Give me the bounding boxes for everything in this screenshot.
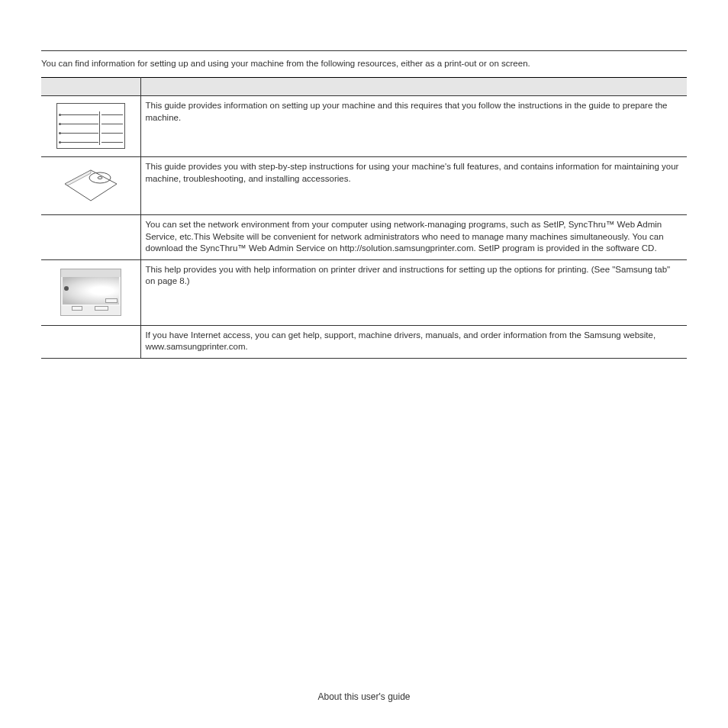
table-header-row (41, 78, 687, 96)
table-row: You can set the network environment from… (41, 215, 687, 260)
quick-install-guide-icon (41, 96, 140, 157)
network-setup-desc: You can set the network environment from… (140, 215, 687, 260)
header-right (140, 78, 687, 96)
header-left (41, 78, 140, 96)
driver-help-desc: This help provides you with help informa… (140, 259, 687, 325)
quick-install-guide-desc: This guide provides information on setti… (140, 96, 687, 157)
website-desc: If you have Internet access, you can get… (140, 325, 687, 358)
table-row: This help provides you with help informa… (41, 259, 687, 325)
intro-text: You can find information for setting up … (41, 57, 687, 69)
table-row: This guide provides you with step-by-ste… (41, 157, 687, 215)
network-setup-icon (41, 215, 140, 260)
top-rule (41, 50, 687, 51)
resources-table: This guide provides information on setti… (41, 77, 687, 359)
table-row: If you have Internet access, you can get… (41, 325, 687, 358)
page-content: You can find information for setting up … (0, 0, 728, 359)
table-row: This guide provides information on setti… (41, 96, 687, 157)
website-icon (41, 325, 140, 358)
page-footer: About this user's guide (0, 691, 728, 702)
user-guide-desc: This guide provides you with step-by-ste… (140, 157, 687, 215)
driver-help-icon (41, 259, 140, 325)
user-guide-icon (41, 157, 140, 215)
